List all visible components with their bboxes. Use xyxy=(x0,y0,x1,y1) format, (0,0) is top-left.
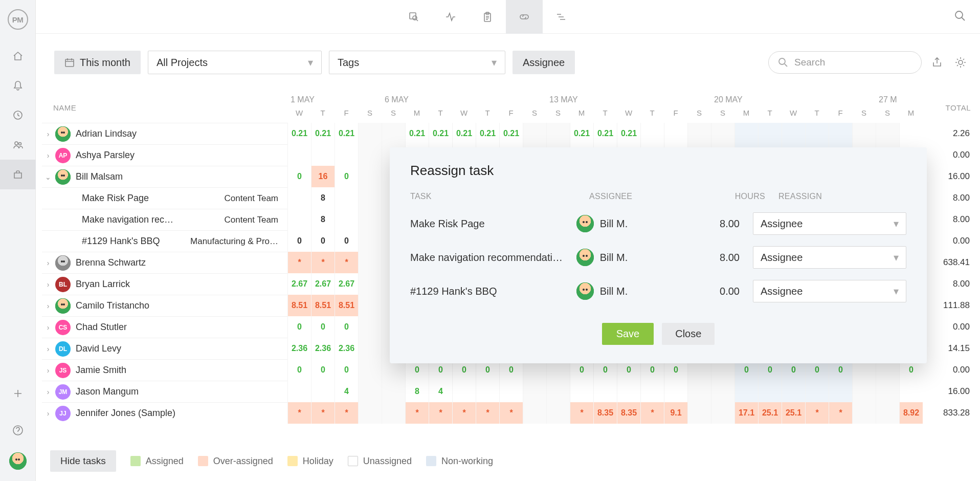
settings-icon[interactable] xyxy=(952,54,969,71)
date-range-button[interactable]: This month xyxy=(54,51,141,74)
workload-cell[interactable]: * xyxy=(476,402,499,424)
workload-cell[interactable] xyxy=(287,187,311,209)
workload-cell[interactable] xyxy=(311,381,335,402)
workload-cell[interactable] xyxy=(876,402,899,424)
workload-cell[interactable] xyxy=(782,381,805,402)
person-row[interactable]: ›JSJamie Smith xyxy=(42,359,287,381)
workload-cell[interactable]: 0.21 xyxy=(593,123,617,144)
workload-cell[interactable] xyxy=(452,381,476,402)
workload-cell[interactable]: 8 xyxy=(311,187,335,209)
workload-cell[interactable] xyxy=(476,381,499,402)
workload-cell[interactable]: * xyxy=(640,402,664,424)
nav-recent[interactable] xyxy=(0,100,36,130)
workload-cell[interactable]: 0 xyxy=(287,166,311,187)
workload-cell[interactable]: * xyxy=(311,252,335,273)
nav-people[interactable] xyxy=(0,130,36,160)
workload-cell[interactable] xyxy=(546,123,570,144)
workload-cell[interactable]: * xyxy=(287,252,311,273)
workload-cell[interactable]: 25.1 xyxy=(782,402,805,424)
workload-cell[interactable]: * xyxy=(805,402,829,424)
workload-cell[interactable] xyxy=(287,381,311,402)
workload-cell[interactable]: 2.36 xyxy=(287,338,311,359)
workload-cell[interactable]: 0 xyxy=(287,359,311,381)
workload-cell[interactable] xyxy=(852,123,876,144)
reassign-dropdown[interactable]: Assignee▾ xyxy=(753,280,906,302)
person-row[interactable]: ›APAshya Parsley xyxy=(42,144,287,166)
workload-cell[interactable]: 0 xyxy=(311,359,335,381)
workload-cell[interactable]: 16 xyxy=(311,166,335,187)
nav-home[interactable] xyxy=(0,41,36,71)
workload-cell[interactable]: 0.21 xyxy=(405,123,429,144)
workload-cell[interactable]: * xyxy=(405,402,429,424)
workload-cell[interactable] xyxy=(852,402,876,424)
expand-toggle[interactable]: › xyxy=(42,409,54,418)
workload-cell[interactable] xyxy=(664,381,687,402)
expand-toggle[interactable]: ⌄ xyxy=(42,173,54,181)
workload-cell[interactable] xyxy=(335,209,358,230)
workload-cell[interactable] xyxy=(287,209,311,230)
view-link-icon[interactable] xyxy=(506,0,543,34)
workload-cell[interactable]: 0.21 xyxy=(287,123,311,144)
workload-cell[interactable] xyxy=(876,381,899,402)
export-icon[interactable] xyxy=(929,54,945,71)
workload-cell[interactable]: 4 xyxy=(429,381,452,402)
nav-help[interactable] xyxy=(0,416,36,445)
task-row[interactable]: #1129 Hank's BBQManufacturing & Pro… xyxy=(42,230,287,252)
workload-cell[interactable] xyxy=(899,381,923,402)
projects-dropdown[interactable]: All Projects▾ xyxy=(148,51,322,74)
workload-cell[interactable]: 0.21 xyxy=(499,123,523,144)
workload-cell[interactable] xyxy=(523,123,546,144)
workload-cell[interactable] xyxy=(640,123,664,144)
workload-cell[interactable]: 8 xyxy=(311,209,335,230)
expand-toggle[interactable]: › xyxy=(42,323,54,332)
workload-cell[interactable]: * xyxy=(452,402,476,424)
save-button[interactable]: Save xyxy=(602,323,654,345)
close-button[interactable]: Close xyxy=(662,323,715,345)
person-row[interactable]: ›CSChad Stutler xyxy=(42,316,287,338)
current-user-avatar[interactable] xyxy=(9,452,27,470)
workload-cell[interactable] xyxy=(617,381,640,402)
workload-cell[interactable] xyxy=(687,402,711,424)
expand-toggle[interactable]: › xyxy=(42,345,54,353)
task-row[interactable]: Make navigation rec…Content Team xyxy=(42,209,287,230)
workload-cell[interactable]: 8 xyxy=(405,381,429,402)
workload-cell[interactable]: * xyxy=(829,402,852,424)
workload-cell[interactable] xyxy=(358,166,382,187)
workload-cell[interactable]: 0.21 xyxy=(335,123,358,144)
workload-cell[interactable]: 17.1 xyxy=(734,402,758,424)
reassign-dropdown[interactable]: Assignee▾ xyxy=(753,212,906,235)
workload-cell[interactable]: 8.35 xyxy=(593,402,617,424)
task-row[interactable]: Make Risk PageContent Team xyxy=(42,187,287,209)
workload-cell[interactable] xyxy=(358,123,382,144)
search-input[interactable]: Search xyxy=(768,51,922,74)
workload-cell[interactable] xyxy=(358,273,382,295)
workload-cell[interactable]: 4 xyxy=(335,381,358,402)
workload-cell[interactable] xyxy=(382,402,405,424)
workload-cell[interactable]: 9.1 xyxy=(664,402,687,424)
person-row[interactable]: ›JJJennifer Jones (Sample) xyxy=(42,402,287,424)
workload-cell[interactable]: 0 xyxy=(287,230,311,252)
workload-cell[interactable]: 0.21 xyxy=(311,123,335,144)
expand-toggle[interactable]: › xyxy=(42,151,54,160)
workload-cell[interactable] xyxy=(570,381,593,402)
workload-cell[interactable] xyxy=(734,123,758,144)
expand-toggle[interactable]: › xyxy=(42,130,54,138)
workload-cell[interactable] xyxy=(829,123,852,144)
workload-cell[interactable]: * xyxy=(311,402,335,424)
workload-cell[interactable] xyxy=(711,123,734,144)
person-row[interactable]: ⌄Bill Malsam xyxy=(42,166,287,187)
workload-cell[interactable]: * xyxy=(335,402,358,424)
workload-cell[interactable]: * xyxy=(335,252,358,273)
workload-cell[interactable] xyxy=(311,144,335,166)
workload-cell[interactable] xyxy=(358,295,382,316)
workload-cell[interactable] xyxy=(899,123,923,144)
workload-cell[interactable] xyxy=(852,381,876,402)
global-search-icon[interactable] xyxy=(953,9,967,25)
workload-cell[interactable] xyxy=(687,381,711,402)
workload-cell[interactable] xyxy=(829,381,852,402)
workload-cell[interactable] xyxy=(499,381,523,402)
workload-cell[interactable] xyxy=(335,187,358,209)
nav-notifications[interactable] xyxy=(0,71,36,100)
view-zoom-icon[interactable] xyxy=(395,0,432,34)
workload-cell[interactable] xyxy=(782,123,805,144)
